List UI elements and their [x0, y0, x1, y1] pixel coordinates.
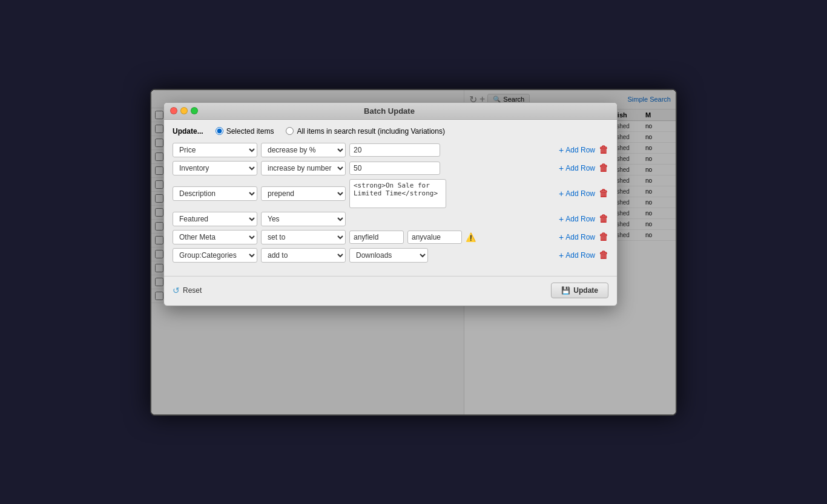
modal-footer: ↺ Reset 💾 Update — [164, 276, 617, 306]
rule-row-featured: Price Inventory Description Featured Oth… — [173, 212, 608, 226]
reset-button[interactable]: ↺ Reset — [173, 286, 202, 295]
desc-op-select[interactable]: prepend append set to find & replace — [261, 186, 346, 201]
delete-row-6[interactable]: 🗑 — [599, 250, 608, 261]
plus-icon-2: + — [559, 163, 564, 173]
add-row-btn-5[interactable]: + Add Row — [559, 232, 595, 242]
reset-icon: ↺ — [173, 286, 180, 295]
desc-field-select[interactable]: Price Inventory Description Featured Oth… — [173, 186, 257, 201]
delete-row-4[interactable]: 🗑 — [599, 214, 608, 224]
featured-op-select[interactable]: Yes No — [261, 212, 346, 226]
rule-row-price: Price Inventory Description Featured Oth… — [173, 143, 608, 157]
selected-items-option[interactable]: Selected items — [216, 127, 274, 136]
batch-update-modal: Batch Update Update... Selected items — [163, 102, 618, 306]
meta-field-select[interactable]: Price Inventory Description Featured Oth… — [173, 230, 257, 244]
plus-icon-5: + — [559, 232, 564, 242]
delete-row-2[interactable]: 🗑 — [599, 163, 608, 174]
meta-key-input[interactable] — [349, 231, 404, 244]
modal-title: Batch Update — [364, 106, 415, 116]
rule-row-inventory: Price Inventory Description Featured Oth… — [173, 161, 608, 175]
modal-titlebar: Batch Update — [164, 103, 617, 120]
meta-op-select[interactable]: set to delete — [261, 230, 346, 244]
featured-field-select[interactable]: Price Inventory Description Featured Oth… — [173, 212, 257, 226]
modal-overlay: Batch Update Update... Selected items — [151, 90, 676, 414]
inventory-op-select[interactable]: increase by number decrease by number se… — [261, 161, 346, 175]
cat-field-select[interactable]: Price Inventory Description Featured Oth… — [173, 248, 257, 263]
price-field-select[interactable]: Price Inventory Description Featured Oth… — [173, 143, 257, 157]
add-row-btn-3[interactable]: + Add Row — [559, 189, 595, 198]
modal-body: Update... Selected items All items in se… — [164, 120, 617, 270]
close-button[interactable] — [170, 107, 177, 114]
add-row-btn-4[interactable]: + Add Row — [559, 214, 595, 224]
update-button[interactable]: 💾 Update — [551, 283, 608, 298]
maximize-button[interactable] — [191, 107, 198, 114]
update-label: Update... — [173, 127, 203, 136]
add-row-btn-2[interactable]: + Add Row — [559, 163, 595, 173]
plus-icon-3: + — [559, 189, 564, 198]
inventory-field-select[interactable]: Price Inventory Description Featured Oth… — [173, 161, 257, 175]
price-op-select[interactable]: decrease by % increase by % set to — [261, 143, 346, 157]
minimize-button[interactable] — [180, 107, 188, 114]
plus-icon-6: + — [559, 250, 564, 260]
rules-area: Price Inventory Description Featured Oth… — [173, 143, 608, 263]
desc-value-textarea[interactable]: <strong>On Sale for Limited Time</strong… — [349, 179, 446, 208]
update-icon: 💾 — [561, 286, 570, 295]
inventory-value-input[interactable] — [349, 162, 440, 175]
rule-row-meta: Price Inventory Description Featured Oth… — [173, 230, 608, 244]
rule-row-categories: Price Inventory Description Featured Oth… — [173, 248, 608, 263]
delete-row-1[interactable]: 🗑 — [599, 145, 608, 155]
add-row-btn-1[interactable]: + Add Row — [559, 145, 595, 155]
all-radio[interactable] — [286, 127, 294, 135]
selected-radio[interactable] — [216, 127, 223, 135]
rule-row-description: Price Inventory Description Featured Oth… — [173, 179, 608, 208]
plus-icon-4: + — [559, 214, 564, 224]
price-value-input[interactable] — [349, 143, 440, 157]
add-row-btn-6[interactable]: + Add Row — [559, 250, 595, 260]
plus-icon-1: + — [559, 145, 564, 155]
warning-icon: ⚠️ — [466, 232, 476, 242]
delete-row-3[interactable]: 🗑 — [599, 188, 608, 199]
meta-value-input[interactable] — [407, 231, 462, 244]
cat-value-select[interactable]: Downloads Extensions Themes — [349, 248, 428, 263]
cat-op-select[interactable]: add to remove from set to — [261, 248, 346, 263]
all-items-option[interactable]: All items in search result (including Va… — [286, 127, 445, 136]
target-selection: Update... Selected items All items in se… — [173, 127, 608, 136]
window-controls — [170, 107, 198, 114]
delete-row-5[interactable]: 🗑 — [599, 232, 608, 243]
